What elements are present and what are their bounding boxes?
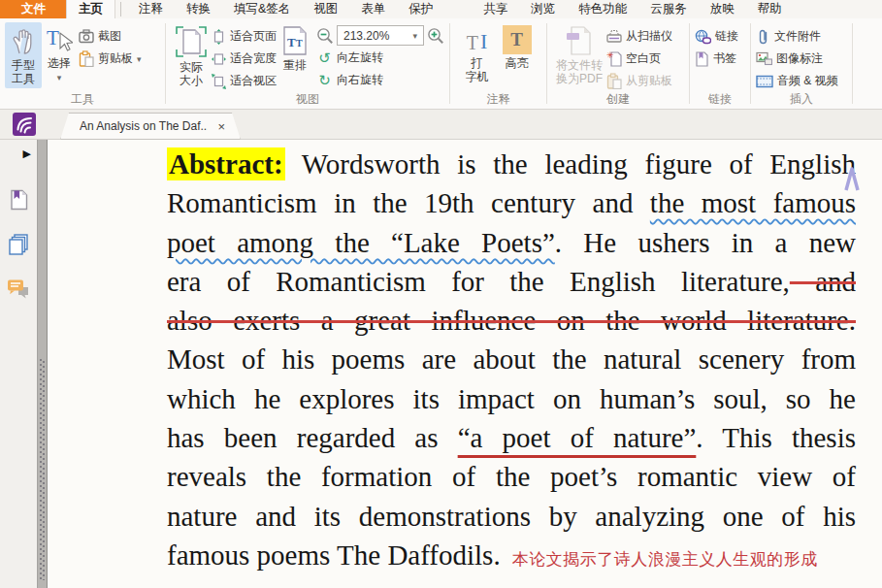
typewriter-label-2: 字机 (466, 70, 489, 83)
highlight-icon: T (503, 25, 532, 54)
comments-panel-icon[interactable] (7, 278, 30, 300)
from-scanner-button[interactable]: 从扫描仪 (606, 25, 672, 48)
tab-convert[interactable]: 转换 (175, 0, 222, 18)
strikeout-annotation: also exerts a great influence on the wor… (167, 305, 856, 336)
link-label: 链接 (715, 28, 738, 45)
convert-to-pdf-icon (565, 25, 594, 56)
bookmark-label: 书签 (713, 50, 736, 67)
squiggly-annotation: poet among the “Lake Poets” (167, 227, 555, 258)
from-clipboard-button[interactable]: 从剪贴板 (606, 70, 672, 92)
group-label-create: 创建 (547, 91, 689, 108)
bookmark-button[interactable]: 书签 (695, 48, 738, 70)
text-line: reveals the formation of the poet’s roma… (167, 457, 856, 496)
screenshot-button[interactable]: 截图 (79, 25, 142, 48)
text-line: also exerts a great influence on the wor… (167, 301, 856, 340)
hand-tool-button[interactable]: 手型 工具 (5, 22, 42, 88)
image-annotation-button[interactable]: 图像标注 (756, 48, 838, 70)
rotate-left-button[interactable]: ↺ 向左旋转 (316, 47, 444, 69)
document-tab-title: An Analysis on The Daf... (80, 119, 208, 133)
rotate-left-label: 向左旋转 (337, 49, 383, 66)
screenshot-label: 截图 (98, 28, 121, 45)
close-tab-icon[interactable]: × (217, 119, 225, 134)
rotate-right-label: 向右旋转 (337, 72, 383, 88)
reflow-label: 重排 (283, 58, 307, 72)
link-icon (695, 29, 711, 45)
tab-comment[interactable]: 注释 (127, 0, 175, 18)
actual-size-button[interactable]: 实际 大小 (171, 22, 212, 90)
clipboard-button[interactable]: 剪贴板 ▾ (79, 48, 142, 70)
pages-panel-icon[interactable] (8, 234, 29, 255)
file-attachment-label: 文件附件 (774, 28, 821, 45)
link-button[interactable]: 链接 (695, 25, 738, 48)
hand-tool-label-2: 工具 (12, 72, 35, 85)
fit-page-icon (212, 29, 226, 45)
tab-browse[interactable]: 浏览 (519, 0, 567, 18)
select-dropdown-icon: ▾ (57, 73, 62, 82)
fit-page-button[interactable]: 适合页面 (212, 25, 277, 48)
highlight-label: 高亮 (506, 56, 529, 70)
group-link: 链接 书签 链接 (690, 18, 750, 109)
panel-splitter[interactable] (37, 140, 48, 588)
tab-share[interactable]: 共享 (472, 0, 519, 18)
fit-visible-icon (212, 74, 226, 89)
audio-video-button[interactable]: 音频 & 视频 (756, 70, 838, 92)
rotate-right-icon: ↻ (316, 72, 333, 89)
zoom-in-button[interactable] (427, 27, 444, 45)
typewriter-icon: TI (467, 25, 488, 54)
image-annotation-label: 图像标注 (776, 50, 823, 67)
file-attachment-button[interactable]: 文件附件 (756, 25, 838, 48)
convert-to-pdf-button[interactable]: 将文件转 换为PDF (552, 22, 606, 88)
clipboard-dropdown-icon: ▾ (137, 55, 142, 63)
group-comment: TI 打 字机 T 高亮 注释 (450, 18, 546, 109)
bookmarks-panel-icon[interactable] (9, 189, 29, 211)
foxit-logo-icon (13, 113, 36, 136)
tab-protect[interactable]: 保护 (397, 0, 444, 18)
group-label-insert: 插入 (751, 91, 852, 108)
zoom-level-combobox[interactable]: 213.20% ▾ (337, 25, 424, 46)
group-label-link: 链接 (690, 91, 750, 108)
group-insert: 文件附件 图像标注 音频 & 视频 插入 (751, 18, 852, 109)
rotate-right-button[interactable]: ↻ 向右旋转 (316, 69, 444, 91)
fit-page-label: 适合页面 (230, 28, 277, 45)
document-tab[interactable]: An Analysis on The Daf... × (60, 113, 241, 140)
tab-view[interactable]: 视图 (302, 0, 349, 18)
select-tool-button[interactable]: T 选择 ▾ (42, 22, 77, 86)
actual-size-icon (175, 25, 208, 58)
highlighted-text: Abstract: (167, 147, 285, 180)
clipboard-label: 剪贴板 (98, 50, 133, 67)
hand-tool-label-1: 手型 (12, 58, 35, 72)
highlight-button[interactable]: T 高亮 (499, 22, 536, 73)
svg-text:T: T (47, 26, 59, 49)
fit-width-label: 适合宽度 (230, 50, 277, 67)
from-scanner-label: 从扫描仪 (626, 28, 672, 45)
fit-width-button[interactable]: 适合宽度 (212, 48, 277, 70)
fit-visible-button[interactable]: 适合视区 (212, 70, 277, 92)
chinese-note-annotation: 本论文揭示了诗人浪漫主义人生观的形成 (512, 550, 818, 569)
blank-page-button[interactable]: ✳ 空白页 (606, 48, 672, 70)
tab-file[interactable]: 文件 (0, 0, 67, 18)
document-page[interactable]: Abstract: Wordsworth is the leading figu… (49, 140, 882, 588)
typewriter-button[interactable]: TI 打 字机 (462, 22, 493, 86)
tab-home[interactable]: 主页 (67, 0, 114, 18)
text-line: famous poems The Daffodils.本论文揭示了诗人浪漫主义人… (167, 536, 856, 579)
clipboard-icon (79, 50, 94, 67)
splitter-grip (40, 359, 42, 580)
expand-panel-icon[interactable]: ▶ (23, 147, 31, 160)
reflow-button[interactable]: TT 重排 (277, 22, 313, 75)
zoom-out-button[interactable] (316, 27, 334, 45)
ribbon: 手型 工具 T 选择 ▾ 截图 剪贴板 ▾ (0, 18, 882, 110)
svg-text:T: T (287, 35, 296, 49)
hand-icon (9, 25, 38, 56)
tab-features[interactable]: 特色功能 (567, 0, 638, 18)
svg-text:✳: ✳ (606, 50, 614, 60)
bookmark-icon (695, 51, 709, 67)
paperclip-icon (756, 29, 770, 45)
blank-page-icon: ✳ (606, 50, 622, 67)
tab-cloud[interactable]: 云服务 (638, 0, 699, 18)
tab-form[interactable]: 表单 (349, 0, 397, 18)
navigation-sidebar: ▶ (0, 140, 37, 588)
strikeout-annotation: and (790, 266, 856, 297)
tab-help[interactable]: 帮助 (746, 0, 794, 18)
tab-slideshow[interactable]: 放映 (699, 0, 746, 18)
tab-fill-sign[interactable]: 填写&签名 (222, 0, 302, 18)
